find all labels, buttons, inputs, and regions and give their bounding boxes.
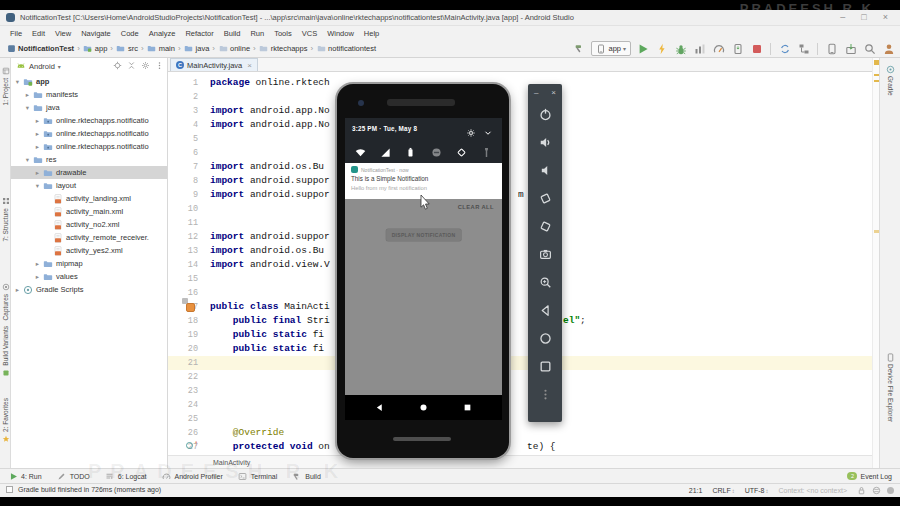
toolbar-instant-run-button[interactable] — [654, 41, 669, 56]
emulator-volume-down-button[interactable] — [531, 156, 559, 184]
code-line-11[interactable]: 11 — [168, 216, 872, 230]
closed-arrow-icon[interactable] — [33, 143, 42, 151]
run-config-selector[interactable]: app — [591, 41, 631, 56]
breadcrumb-app[interactable]: app — [83, 44, 108, 54]
tree-item-layout[interactable]: layout — [11, 179, 167, 192]
background-tasks-icon[interactable] — [6, 486, 13, 493]
menu-edit[interactable]: Edit — [27, 29, 50, 38]
menu-file[interactable]: File — [5, 29, 27, 38]
tool-button-gradle[interactable]: Gradle — [880, 64, 900, 96]
toolbar-structure-button[interactable] — [796, 41, 811, 56]
code-line-18[interactable]: 18 public final Stri — [168, 314, 872, 328]
code-line-7[interactable]: 7import android.os.Bu — [168, 160, 872, 174]
tree-item-java[interactable]: java — [11, 101, 167, 114]
tree-item-manifests[interactable]: manifests — [11, 88, 167, 101]
line-ending-selector[interactable]: CRLF — [712, 487, 734, 494]
close-icon[interactable] — [883, 13, 888, 22]
menu-navigate[interactable]: Navigate — [76, 29, 116, 38]
open-arrow-icon[interactable] — [23, 156, 32, 164]
closed-arrow-icon[interactable] — [33, 130, 42, 138]
emulator-window[interactable]: 3:25 PM · Tue, May 8 NotificationTest · … — [337, 84, 509, 458]
tab-mainactivity-java[interactable]: MainActivity.java — [170, 58, 258, 71]
code-line-3[interactable]: 3import android.app.No — [168, 104, 872, 118]
tool-window-todo[interactable]: TODO — [57, 471, 90, 481]
tool-button-7-structure[interactable]: 7: Structure — [0, 196, 11, 242]
open-arrow-icon[interactable] — [23, 104, 32, 112]
emulator-screenshot-button[interactable] — [531, 240, 559, 268]
menu-view[interactable]: View — [50, 29, 76, 38]
open-arrow-icon[interactable] — [13, 78, 22, 86]
breadcrumb-rktechapps[interactable]: rktechapps — [259, 44, 308, 54]
tool-button-build-variants[interactable]: Build Variants — [0, 326, 11, 378]
override-gutter-icon[interactable] — [186, 442, 193, 449]
emulator-power-button[interactable] — [531, 100, 559, 128]
tool-window-6-logcat[interactable]: 6: Logcat — [105, 471, 147, 481]
tool-button-1-project[interactable]: 1: Project — [0, 66, 11, 105]
code-line-20[interactable]: 20 public static fi — [168, 342, 872, 356]
tool-button-device-file-explorer[interactable]: Device File Explorer — [880, 352, 900, 422]
maximize-icon[interactable] — [861, 13, 866, 22]
toolbar-attach-button[interactable] — [730, 41, 745, 56]
toolbar-search-button[interactable] — [862, 41, 877, 56]
tree-item-res[interactable]: res — [11, 153, 167, 166]
breadcrumb-main[interactable]: main — [147, 44, 175, 54]
tab-close-icon[interactable] — [247, 61, 252, 70]
code-line-2[interactable]: 2 — [168, 90, 872, 104]
tree-item-gradle-scripts[interactable]: Gradle Scripts — [11, 283, 167, 296]
tool-button-2-favorites[interactable]: 2: Favorites — [0, 398, 11, 444]
open-arrow-icon[interactable] — [33, 182, 42, 190]
tool-button-captures[interactable]: Captures — [0, 282, 11, 320]
indexing-icon[interactable] — [872, 486, 881, 495]
menu-build[interactable]: Build — [219, 29, 246, 38]
project-view-selector[interactable]: Android — [29, 62, 55, 71]
gear-icon[interactable] — [466, 124, 476, 134]
code-line-24[interactable]: 24 — [168, 398, 872, 412]
toolbar-debug-button[interactable] — [673, 41, 688, 56]
memory-indicator-icon[interactable] — [887, 487, 894, 494]
closed-arrow-icon[interactable] — [33, 273, 42, 281]
display-notification-button[interactable]: DISPLAY NOTIFICATION — [386, 229, 462, 241]
editor-breadcrumb[interactable]: MainActivity — [213, 459, 250, 466]
tool-window-4-run[interactable]: 4: Run — [8, 471, 42, 481]
toolbar-stop-button[interactable] — [749, 41, 764, 56]
chevron-down-icon[interactable] — [483, 124, 493, 134]
notification-card[interactable]: NotificationTest · now This is a Simple … — [345, 163, 502, 199]
code-line-27[interactable]: 27 protected void on — [168, 440, 872, 454]
closed-arrow-icon[interactable] — [33, 260, 42, 268]
error-stripe[interactable] — [872, 58, 879, 468]
menu-refactor[interactable]: Refactor — [180, 29, 218, 38]
code-line-19[interactable]: 19 public static fi — [168, 328, 872, 342]
tool-window-build[interactable]: Build — [292, 471, 321, 481]
code-editor[interactable]: 1package online.rktech23import android.a… — [168, 72, 872, 455]
tree-item-activity-no2-xml[interactable]: activity_no2.xml — [11, 218, 167, 231]
code-line-25[interactable]: 25 — [168, 412, 872, 426]
toolbar-avd-button[interactable] — [824, 41, 839, 56]
emulator-rotate-right-button[interactable] — [531, 212, 559, 240]
tree-item-drawable[interactable]: drawable — [11, 166, 167, 179]
menu-tools[interactable]: Tools — [269, 29, 297, 38]
tree-item-online-rktechapps-notificatio[interactable]: online.rktechapps.notificatio — [11, 114, 167, 127]
code-line-15[interactable]: 15 — [168, 272, 872, 286]
tree-item-activity-main-xml[interactable]: activity_main.xml — [11, 205, 167, 218]
minimize-icon[interactable] — [840, 13, 845, 22]
breadcrumb-notificationtest[interactable]: notificationtest — [316, 44, 376, 54]
menu-analyze[interactable]: Analyze — [144, 29, 181, 38]
tool-window-terminal[interactable]: Terminal — [238, 471, 277, 481]
emulator-minimize-icon[interactable] — [534, 88, 538, 97]
menu-run[interactable]: Run — [245, 29, 269, 38]
code-line-23[interactable]: 23 — [168, 384, 872, 398]
closed-arrow-icon[interactable] — [33, 117, 42, 125]
tree-item-online-rktechapps-notificatio[interactable]: online.rktechapps.notificatio — [11, 140, 167, 153]
phone-screen[interactable]: 3:25 PM · Tue, May 8 NotificationTest · … — [345, 118, 502, 420]
code-line-26[interactable]: 26 @Override — [168, 426, 872, 440]
code-line-22[interactable]: 22 — [168, 370, 872, 384]
emulator-zoom-button[interactable] — [531, 268, 559, 296]
encoding-selector[interactable]: UTF-8 — [745, 487, 769, 494]
lock-icon[interactable] — [857, 486, 866, 495]
tree-item-online-rktechapps-notificatio[interactable]: online.rktechapps.notificatio — [11, 127, 167, 140]
closed-arrow-icon[interactable] — [13, 286, 22, 294]
tree-item-app[interactable]: app — [11, 75, 167, 88]
run-class-gutter-icon[interactable] — [186, 303, 195, 312]
menu-vcs[interactable]: VCS — [297, 29, 322, 38]
toolbar-benchmark-button[interactable] — [711, 41, 726, 56]
